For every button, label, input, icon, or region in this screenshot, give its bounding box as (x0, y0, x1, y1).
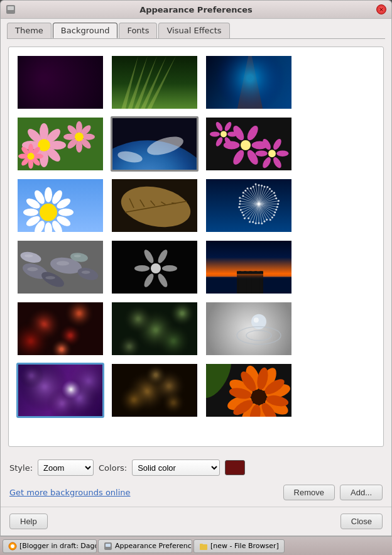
background-item-6[interactable] (16, 178, 104, 233)
close-button[interactable]: Close (340, 514, 383, 529)
window-title: Appearance Preferences (139, 5, 253, 14)
tab-background[interactable]: Background (53, 23, 118, 38)
bottom-row: Help Close (1, 507, 391, 536)
background-item-14[interactable] (205, 301, 293, 356)
taskbar-item-browser[interactable]: [Blogger in draft: Dago... (3, 539, 97, 553)
background-item-3[interactable] (16, 116, 104, 172)
remove-button[interactable]: Remove (283, 485, 335, 500)
style-select[interactable]: Zoom No image Wallpaper Centered Scaled … (38, 459, 94, 476)
background-item-15[interactable] (16, 363, 104, 418)
svg-rect-1 (8, 6, 14, 10)
window-icon (6, 4, 16, 14)
folder-icon (199, 542, 208, 551)
tab-bar: Theme Background Fonts Visual Effects (1, 19, 391, 38)
add-button[interactable]: Add... (340, 485, 383, 500)
taskbar-item-filebrowser[interactable]: [new - File Browser] (193, 539, 285, 553)
background-item-7[interactable] (111, 178, 199, 233)
appearance-icon (104, 542, 112, 551)
taskbar-label-filebrowser: [new - File Browser] (210, 542, 279, 550)
background-item-0[interactable] (16, 55, 104, 110)
close-icon: × (379, 6, 384, 13)
background-grid (16, 55, 376, 418)
background-item-16[interactable] (111, 363, 199, 418)
tab-fonts[interactable]: Fonts (119, 23, 157, 38)
background-item-9[interactable] (16, 239, 104, 295)
background-grid-container[interactable] (8, 47, 384, 447)
browser-icon (8, 542, 17, 551)
svg-point-3 (11, 544, 14, 548)
colors-label: Colors: (99, 463, 127, 473)
tab-visual-effects[interactable]: Visual Effects (158, 23, 229, 38)
svg-rect-5 (106, 544, 111, 547)
background-item-12[interactable] (16, 301, 104, 356)
background-item-17[interactable] (205, 363, 293, 418)
action-buttons: Remove Add... (283, 485, 383, 500)
taskbar-label-appearance: Appearance Preferences (115, 542, 192, 550)
style-label: Style: (9, 463, 33, 473)
link-row: Get more backgrounds online Remove Add..… (1, 481, 391, 507)
colors-select[interactable]: Solid color Horizontal gradient Vertical… (132, 459, 220, 476)
background-item-8[interactable] (205, 178, 293, 233)
svg-rect-7 (200, 544, 203, 546)
taskbar-item-appearance[interactable]: Appearance Preferences (98, 539, 192, 553)
background-item-4[interactable] (111, 116, 199, 172)
help-button[interactable]: Help (9, 514, 48, 529)
get-more-link[interactable]: Get more backgrounds online (9, 488, 131, 497)
background-item-2[interactable] (205, 55, 293, 110)
main-window: Theme Background Fonts Visual Effects (0, 19, 392, 536)
taskbar-label-browser: [Blogger in draft: Dago... (19, 542, 97, 550)
tab-underline (7, 38, 385, 39)
taskbar: [Blogger in draft: Dago... Appearance Pr… (0, 536, 392, 555)
options-row: Style: Zoom No image Wallpaper Centered … (1, 454, 391, 481)
background-item-13[interactable] (111, 301, 199, 356)
background-item-5[interactable] (205, 116, 293, 172)
background-item-11[interactable] (205, 239, 293, 295)
background-item-10[interactable] (111, 239, 199, 295)
color-swatch[interactable] (225, 460, 245, 475)
background-item-1[interactable] (111, 55, 199, 110)
close-window-button[interactable]: × (376, 4, 386, 14)
titlebar: Appearance Preferences × (0, 0, 392, 19)
tab-theme[interactable]: Theme (7, 23, 52, 38)
